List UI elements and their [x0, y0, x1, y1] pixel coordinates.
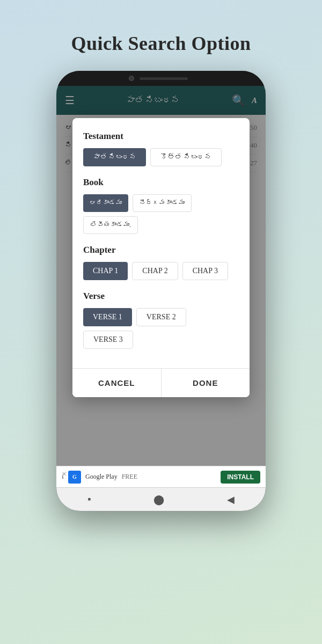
chapter-3-button[interactable]: CHAP 3	[182, 262, 228, 280]
ad-provider-logo: G	[68, 471, 81, 484]
phone-camera	[129, 76, 134, 81]
phone-notch	[56, 71, 266, 86]
chapter-label: Chapter	[83, 245, 239, 255]
nav-back-icon[interactable]: ◀	[227, 494, 235, 506]
cancel-button[interactable]: CANCEL	[72, 369, 162, 397]
nav-square-icon[interactable]: ▪	[87, 494, 91, 505]
done-button[interactable]: DONE	[162, 369, 250, 397]
page-title: Quick Search Option	[71, 32, 251, 55]
testament-old-button[interactable]: పాత నిబంధన	[83, 148, 146, 166]
ad-close-icon[interactable]: ✕	[62, 471, 67, 478]
book-options: ఆదికాండము నిర్గమకాండము లేవీయకాండము.	[83, 194, 239, 234]
ad-price: FREE	[122, 473, 137, 481]
phone-screen: ☰ పాత నిబంధన 🔍 A ఆదికాండము 50 నిర్గమకాండ…	[56, 86, 266, 511]
testament-new-button[interactable]: కొత్త నిబంధన	[150, 148, 221, 166]
book-label: Book	[83, 177, 239, 188]
dialog-actions: CANCEL DONE	[72, 368, 250, 397]
dialog-overlay: Testament పాత నిబంధన కొత్త నిబంధన Book ఆ…	[56, 86, 266, 511]
nav-home-icon[interactable]: ⬤	[153, 494, 164, 506]
phone-notch-bar	[140, 77, 188, 80]
chapter-2-button[interactable]: CHAP 2	[132, 262, 178, 280]
book-gen-button[interactable]: ఆదికాండము	[83, 194, 128, 212]
chapter-options: CHAP 1 CHAP 2 CHAP 3	[83, 262, 239, 280]
dialog-content: Testament పాత నిబంధన కొత్త నిబంధన Book ఆ…	[72, 118, 250, 368]
ad-install-button[interactable]: INSTALL	[221, 471, 260, 484]
book-exo-button[interactable]: నిర్గమకాండము	[133, 194, 192, 212]
ad-app-name: Google Play	[85, 473, 118, 481]
verse-label: Verse	[83, 291, 239, 302]
testament-options: పాత నిబంధన కొత్త నిబంధన	[83, 148, 239, 166]
verse-3-button[interactable]: VERSE 3	[83, 331, 133, 349]
phone-shell: ☰ పాత నిబంధన 🔍 A ఆదికాండము 50 నిర్గమకాండ…	[56, 71, 266, 511]
verse-options: VERSE 1 VERSE 2 VERSE 3	[83, 308, 239, 349]
bottom-nav: ▪ ⬤ ◀	[56, 487, 266, 511]
testament-label: Testament	[83, 131, 239, 142]
chapter-1-button[interactable]: CHAP 1	[83, 262, 128, 280]
verse-2-button[interactable]: VERSE 2	[136, 308, 186, 326]
verse-1-button[interactable]: VERSE 1	[83, 308, 132, 326]
book-lev-button[interactable]: లేవీయకాండము.	[83, 216, 138, 234]
ad-banner: ℹ G Google Play FREE INSTALL	[56, 466, 266, 487]
quick-search-dialog: Testament పాత నిబంధన కొత్త నిబంధన Book ఆ…	[72, 118, 250, 397]
